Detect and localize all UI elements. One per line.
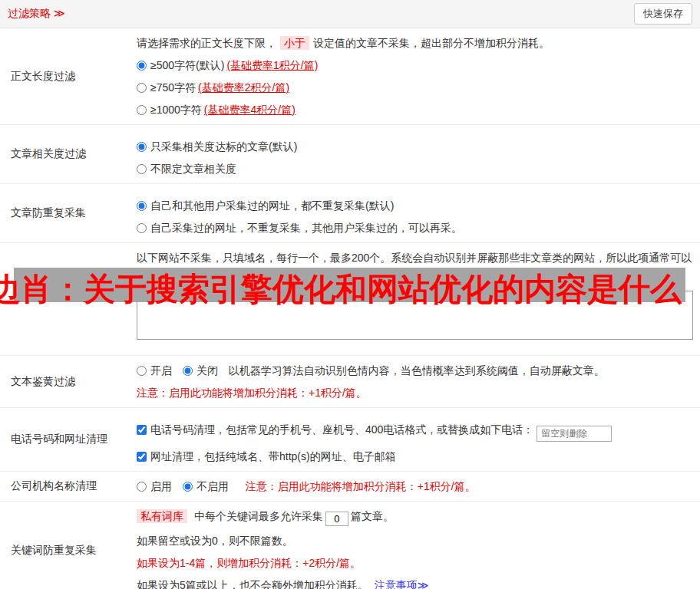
length-option-1000[interactable]: ≥1000字符(基础费率4积分/篇)	[137, 102, 693, 117]
company-on-option[interactable]: 启用	[137, 480, 172, 492]
phone-clean-checkbox[interactable]	[137, 425, 147, 435]
keyword-note-unlimited: 如果留空或设为0，则不限篇数。	[137, 533, 693, 548]
phone-url-clean-content: 电话号码清理，包括常见的手机号、座机号、400电话格式，或替换成如下电话： 网址…	[137, 408, 700, 471]
porn-on-label: 开启	[150, 364, 172, 377]
page-title[interactable]: 过滤策略 ≫	[8, 7, 65, 21]
intro-pre-text: 请选择需求的正文长度下限，	[137, 37, 276, 49]
company-off-radio[interactable]	[183, 482, 193, 492]
keyword-dedupe-content: 私有词库 中每个关键词最多允许采集篇文章。 如果留空或设为0，则不限篇数。 如果…	[137, 502, 700, 589]
length-1000-fee: (基础费率4积分/篇)	[204, 104, 296, 116]
phone-url-clean-label: 电话号码和网址清理	[0, 408, 137, 471]
length-option-500[interactable]: ≥500字符(默认)(基础费率1积分/篇)	[137, 58, 693, 73]
company-off-label: 不启用	[196, 480, 229, 492]
content-length-intro: 请选择需求的正文长度下限，小于设定值的文章不采集，超出部分不增加积分消耗。	[137, 35, 693, 51]
length-option-750[interactable]: ≥750字符(基础费率2积分/篇)	[137, 80, 693, 95]
row-porn-filter: 文本鉴黄过滤 开启 关闭 以机器学习算法自动识别色情内容，当色情概率达到系统阈值…	[0, 356, 700, 408]
company-clean-note: 注意：启用此功能将增加积分消耗：+1积分/篇。	[246, 480, 476, 492]
company-clean-label: 公司机构名称清理	[0, 472, 137, 501]
length-500-fee: (基础费率1积分/篇)	[226, 59, 318, 71]
dedupe-option-self[interactable]: 自己采集过的网址，不重复采集，其他用户采集过的，可以再采。	[137, 220, 693, 235]
private-lexicon-highlight: 私有词库	[137, 509, 187, 523]
phone-clean-option[interactable]: 电话号码清理，包括常见的手机号、座机号、400电话格式，或替换成如下电话：	[137, 422, 693, 442]
porn-on-option[interactable]: 开启	[137, 364, 172, 377]
url-clean-label: 网址清理，包括纯域名、带http(s)的网址、电子邮箱	[150, 450, 396, 462]
porn-off-option[interactable]: 关闭	[183, 364, 218, 377]
notice-link[interactable]: 注意事项≫	[375, 579, 429, 589]
length-1000-label: ≥1000字符	[150, 104, 202, 116]
dedupe-self-label: 自己采集过的网址，不重复采集，其他用户采集过的，可以再采。	[150, 222, 462, 234]
phone-clean-label: 电话号码清理，包括常见的手机号、座机号、400电话格式，或替换成如下电话：	[150, 423, 533, 436]
company-clean-options: 启用 不启用 注意：启用此功能将增加积分消耗：+1积分/篇。	[137, 479, 693, 494]
keyword-limit-post-text: 篇文章。	[351, 510, 394, 522]
intro-post-text: 设定值的文章不采集，超出部分不增加积分消耗。	[313, 37, 550, 49]
company-off-option[interactable]: 不启用	[183, 480, 229, 492]
company-on-label: 启用	[150, 480, 172, 492]
relevance-label: 文章相关度过滤	[0, 125, 137, 183]
relevance-any-radio[interactable]	[137, 164, 147, 174]
row-dedupe: 文章防重复采集 自己和其他用户采集过的网址，都不重复采集(默认) 自己采集过的网…	[0, 184, 700, 243]
length-750-radio[interactable]	[137, 83, 147, 93]
row-phone-url-clean: 电话号码和网址清理 电话号码清理，包括常见的手机号、座机号、400电话格式，或替…	[0, 408, 700, 472]
keyword-dedupe-label: 关键词防重复采集	[0, 502, 137, 589]
row-keyword-dedupe: 关键词防重复采集 私有词库 中每个关键词最多允许采集篇文章。 如果留空或设为0，…	[0, 502, 700, 589]
porn-on-radio[interactable]	[137, 366, 147, 376]
porn-filter-note: 注意：启用此功能将增加积分消耗：+1积分/篇。	[137, 385, 693, 400]
dedupe-all-label: 自己和其他用户采集过的网址，都不重复采集(默认)	[150, 199, 394, 212]
dedupe-self-radio[interactable]	[137, 223, 147, 233]
keyword-note-five-text: 如果设为5篇或以上，也不会额外增加积分消耗。	[137, 579, 368, 589]
keyword-limit-mid-text: 中每个关键词最多允许采集	[194, 510, 323, 522]
length-1000-radio[interactable]	[137, 105, 147, 115]
max-articles-input[interactable]	[325, 512, 348, 526]
company-on-radio[interactable]	[137, 482, 147, 492]
porn-filter-desc: 以机器学习算法自动识别色情内容，当色情概率达到系统阈值，自动屏蔽文章。	[229, 364, 605, 377]
url-clean-option[interactable]: 网址清理，包括纯域名、带http(s)的网址、电子邮箱	[137, 449, 693, 464]
relevance-content: 只采集相关度达标的文章(默认) 不限定文章相关度	[137, 125, 700, 183]
relevance-strict-radio[interactable]	[137, 142, 147, 152]
quick-save-button[interactable]: 快速保存	[634, 3, 692, 25]
porn-filter-content: 开启 关闭 以机器学习算法自动识别色情内容，当色情概率达到系统阈值，自动屏蔽文章…	[137, 356, 700, 407]
porn-off-radio[interactable]	[183, 366, 193, 376]
length-500-label: ≥500字符(默认)	[150, 59, 224, 71]
url-clean-checkbox[interactable]	[137, 452, 147, 462]
porn-off-label: 关闭	[196, 364, 218, 377]
header-bar: 过滤策略 ≫ 快速保存	[0, 0, 700, 28]
dedupe-label: 文章防重复采集	[0, 184, 137, 242]
keyword-limit-line: 私有词库 中每个关键词最多允许采集篇文章。	[137, 508, 693, 526]
porn-filter-label: 文本鉴黄过滤	[0, 356, 137, 407]
length-500-radio[interactable]	[137, 61, 147, 71]
dedupe-option-all[interactable]: 自己和其他用户采集过的网址，都不重复采集(默认)	[137, 198, 693, 213]
less-than-highlight: 小于	[280, 36, 309, 50]
content-length-content: 请选择需求的正文长度下限，小于设定值的文章不采集，超出部分不增加积分消耗。 ≥5…	[137, 28, 700, 124]
length-750-fee: (基础费率2积分/篇)	[198, 81, 289, 94]
row-company-clean: 公司机构名称清理 启用 不启用 注意：启用此功能将增加积分消耗：+1积分/篇。	[0, 472, 700, 502]
porn-filter-options: 开启 关闭 以机器学习算法自动识别色情内容，当色情概率达到系统阈值，自动屏蔽文章…	[137, 363, 693, 378]
keyword-note-five: 如果设为5篇或以上，也不会额外增加积分消耗。 注意事项≫	[137, 577, 693, 589]
company-clean-content: 启用 不启用 注意：启用此功能将增加积分消耗：+1积分/篇。	[137, 472, 700, 501]
dedupe-all-radio[interactable]	[137, 201, 147, 211]
relevance-any-label: 不限定文章相关度	[150, 163, 236, 175]
length-750-label: ≥750字符	[150, 81, 196, 94]
relevance-option-strict[interactable]: 只采集相关度达标的文章(默认)	[137, 139, 693, 154]
content-length-label: 正文长度过滤	[0, 28, 137, 124]
row-relevance: 文章相关度过滤 只采集相关度达标的文章(默认) 不限定文章相关度	[0, 125, 700, 184]
row-content-length: 正文长度过滤 请选择需求的正文长度下限，小于设定值的文章不采集，超出部分不增加积…	[0, 28, 700, 125]
keyword-note-cost: 如果设为1-4篇，则增加积分消耗：+2积分/篇。	[137, 555, 693, 571]
replacement-phone-input[interactable]	[537, 426, 612, 442]
dedupe-content: 自己和其他用户采集过的网址，都不重复采集(默认) 自己采集过的网址，不重复采集，…	[137, 184, 700, 242]
relevance-strict-label: 只采集相关度达标的文章(默认)	[150, 140, 297, 153]
overlay-watermark-text: 边肖：关于搜索引擎优化和网站优化的内容是什么	[0, 268, 682, 311]
relevance-option-any[interactable]: 不限定文章相关度	[137, 161, 693, 176]
